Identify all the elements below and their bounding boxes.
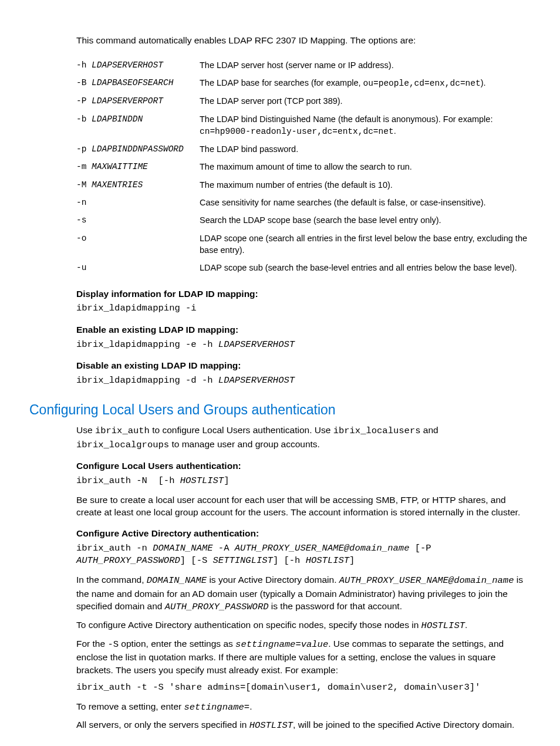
option-desc: Search the LDAP scope base (search the b… — [200, 211, 531, 229]
subhead-local-users: Configure Local Users authentication: — [76, 460, 531, 472]
option-desc: The LDAP bind Distinguished Name (the de… — [200, 110, 531, 141]
subhead-ad: Configure Active Directory authenticatio… — [76, 527, 531, 540]
option-flag: -m MAXWAITTIME — [76, 158, 200, 175]
section-heading: Configuring Local Users and Groups authe… — [29, 400, 531, 419]
table-row: -oLDAP scope one (search all entries in … — [76, 229, 531, 259]
option-desc: LDAP scope one (search all entries in th… — [200, 229, 531, 259]
options-table: -h LDAPSERVERHOSTThe LDAP server host (s… — [76, 56, 531, 277]
table-row: -M MAXENTRIESThe maximum number of entri… — [76, 176, 531, 194]
option-flag: -s — [76, 211, 200, 229]
table-row: -m MAXWAITTIMEThe maximum amount of time… — [76, 158, 531, 175]
option-desc: The LDAP server host (server name or IP … — [200, 56, 531, 74]
option-desc: The maximum number of entries (the defau… — [200, 176, 531, 194]
table-row: -sSearch the LDAP scope base (search the… — [76, 211, 531, 229]
para-specific-nodes: To configure Active Directory authentica… — [76, 619, 531, 633]
option-flag: -o — [76, 229, 200, 259]
subhead-display-info: Display information for LDAP ID mapping: — [76, 288, 531, 301]
cmd-example-s: ibrix_auth -t -S 'share admins=[domain\u… — [76, 681, 531, 694]
table-row: -b LDAPBINDDNThe LDAP bind Distinguished… — [76, 110, 531, 141]
table-row: -p LDAPBINDDNPASSWORDThe LDAP bind passw… — [76, 140, 531, 158]
option-desc: Case sensitivity for name searches (the … — [200, 194, 531, 211]
para-s-option: For the -S option, enter the settings as… — [76, 637, 531, 677]
para-remove: To remove a setting, enter settingname=. — [76, 700, 531, 714]
page-content: This command automatically enables LDAP … — [76, 34, 531, 733]
option-desc: The LDAP bind password. — [200, 140, 531, 158]
option-desc: The maximum amount of time to allow the … — [200, 158, 531, 175]
table-row: -uLDAP scope sub (search the base-level … — [76, 259, 531, 276]
option-flag: -u — [76, 259, 200, 276]
option-flag: -M MAXENTRIES — [76, 176, 200, 194]
table-row: -h LDAPSERVERHOSTThe LDAP server host (s… — [76, 56, 531, 74]
option-flag: -P LDAPSERVERPORT — [76, 92, 200, 110]
para-inc: In the command, DOMAIN_NAME is your Acti… — [76, 573, 531, 614]
cmd-disable: ibrix_ldapidmapping -d -h LDAPSERVERHOST — [76, 374, 531, 387]
intro-text: This command automatically enables LDAP … — [76, 34, 531, 47]
subhead-disable: Disable an existing LDAP ID mapping: — [76, 359, 531, 372]
option-flag: -b LDAPBINDDN — [76, 110, 200, 141]
para-use: Use ibrix_auth to configure Local Users … — [76, 424, 531, 451]
option-flag: -p LDAPBINDDNPASSWORD — [76, 140, 200, 158]
option-flag: -h LDAPSERVERHOST — [76, 56, 200, 74]
option-desc: The LDAP server port (TCP port 389). — [200, 92, 531, 110]
para-besure: Be sure to create a local user account f… — [76, 494, 531, 519]
table-row: -P LDAPSERVERPORTThe LDAP server port (T… — [76, 92, 531, 110]
option-flag: -n — [76, 194, 200, 211]
subhead-enable: Enable an existing LDAP ID mapping: — [76, 323, 531, 336]
option-flag: -B LDAPBASEOFSEARCH — [76, 74, 200, 92]
cmd-display-info: ibrix_ldapidmapping -i — [76, 302, 531, 315]
cmd-enable: ibrix_ldapidmapping -e -h LDAPSERVERHOST — [76, 339, 531, 352]
para-allservers: All servers, or only the servers specifi… — [76, 718, 531, 733]
cmd-ad: ibrix_auth -n DOMAIN_NAME -A AUTH_PROXY_… — [76, 542, 531, 568]
table-row: -B LDAPBASEOFSEARCHThe LDAP base for sea… — [76, 74, 531, 92]
option-desc: The LDAP base for searches (for example,… — [200, 74, 531, 92]
cmd-local-users: ibrix_auth -N [-h HOSTLIST] — [76, 475, 531, 488]
table-row: -nCase sensitivity for name searches (th… — [76, 194, 531, 211]
option-desc: LDAP scope sub (search the base-level en… — [200, 259, 531, 276]
